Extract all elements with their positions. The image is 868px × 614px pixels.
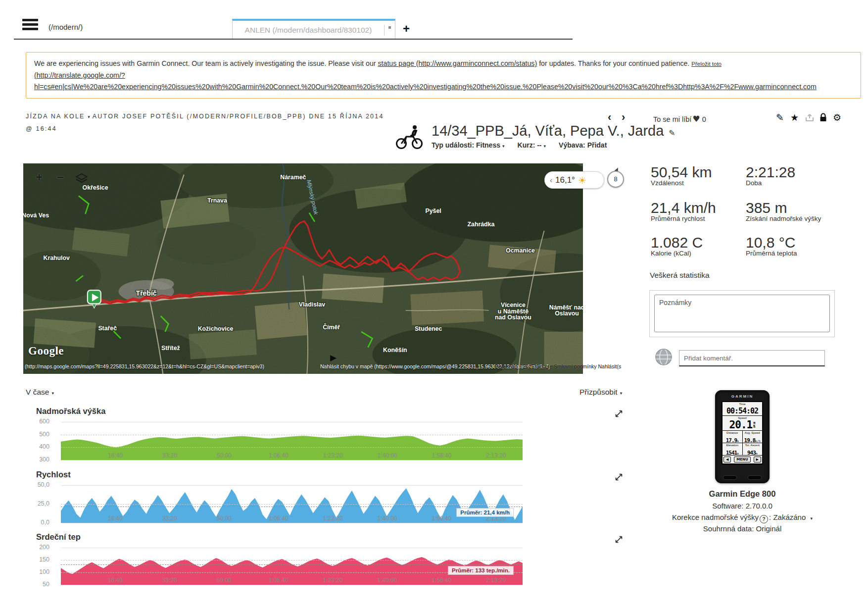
time-tick-label: 1:23:20 <box>321 515 345 522</box>
stat-label: Průměrná rychlost <box>651 215 705 222</box>
chart-title: Nadmořská výška <box>36 407 105 416</box>
course-dropdown[interactable]: Kurz: --▾ <box>518 141 546 149</box>
device-time-value: 00:54:02 <box>726 407 758 415</box>
chart-mode-dropdown[interactable]: V čase▾ <box>26 388 54 397</box>
time-tick-label: 1:06:40 <box>266 515 291 522</box>
gridline <box>61 460 523 460</box>
expand-icon[interactable] <box>615 473 623 483</box>
help-icon[interactable]: ? <box>760 515 768 523</box>
average-label: Průměr: 21,4 km/h <box>456 508 514 517</box>
town-label: Třebíč <box>136 289 157 297</box>
map-zoom-in-button[interactable]: + <box>36 170 43 184</box>
temperature-value: 16,1° <box>555 175 575 185</box>
y-tick-label: 500 <box>39 431 49 438</box>
time-tick-label: 2:13:20 <box>483 577 508 584</box>
system-warning-banner: We are experiencing issues with Garmin C… <box>26 52 861 99</box>
gridline <box>61 447 523 448</box>
device-software: Software: 2.70.0.0 <box>658 502 826 510</box>
time-tick-label: 33:20 <box>157 515 182 522</box>
time-tick-label: 1:23:20 <box>321 577 345 584</box>
town-label: Trnava <box>207 197 227 204</box>
stat-value: 21,4 km/h <box>651 200 716 216</box>
chart-title: Rychlost <box>36 470 71 479</box>
y-tick-label: 200 <box>39 544 49 551</box>
tab-handle-icon[interactable] <box>388 26 391 29</box>
gear-add-link[interactable]: Výbava: Přidat <box>559 141 607 149</box>
gridline <box>61 504 523 505</box>
expand-icon[interactable] <box>615 410 623 419</box>
share-icon[interactable] <box>805 113 815 124</box>
time-tick-label: 1:40:00 <box>375 577 400 584</box>
playback-play-button[interactable]: ▶ <box>330 353 337 362</box>
activity-title: 14/34_PPB_Já, Víťa, Pepa V., Jarda✎ <box>432 123 675 139</box>
notes-input[interactable] <box>654 295 830 332</box>
like-count: 0 <box>702 115 706 123</box>
town-label: Okřešice <box>83 184 108 191</box>
activity-map[interactable]: OkřešiceTrnavaNáramečPyšelZahrádkaOcmani… <box>23 163 583 374</box>
time-tick-label: 33:20 <box>157 452 182 459</box>
chevron-down-icon[interactable]: ▾ <box>88 114 90 119</box>
town-label: Pyšel <box>426 207 441 214</box>
stat-value: 385 m <box>746 200 787 216</box>
map-zoom-out-button[interactable]: − <box>57 170 64 184</box>
device-button <box>748 475 762 480</box>
chart-plot-area[interactable]: 16:4033:2050:001:06:401:23:201:40:001:56… <box>61 548 523 585</box>
satellite-map-canvas[interactable]: OkřešiceTrnavaNáramečPyšelZahrádkaOcmani… <box>23 163 583 374</box>
device-name: Garmin Edge 800 <box>658 489 826 499</box>
translate-link[interactable]: Přeložit toto <box>691 61 722 67</box>
gridline <box>61 560 523 561</box>
device-left-arrow: ◀ <box>723 457 731 462</box>
customize-dropdown[interactable]: Přizpůsobit▾ <box>579 388 622 397</box>
translate-url-link-1[interactable]: (http://translate.google.com/? <box>34 71 125 79</box>
avatar-globe-icon <box>655 349 672 367</box>
sport-type-dropdown[interactable]: JÍZDA NA KOLE <box>26 113 85 120</box>
privacy-lock-icon[interactable] <box>819 113 827 124</box>
new-tab-button[interactable]: + <box>403 22 410 36</box>
map-layers-icon[interactable] <box>76 173 88 185</box>
time-tick-label: 2:13:20 <box>483 452 508 459</box>
weather-collapse-icon[interactable]: ‹ <box>550 176 552 184</box>
chevron-down-icon: ▾ <box>810 516 813 521</box>
like-button[interactable]: To se mi líbí♥ 0 <box>653 114 706 124</box>
town-label: Kožichovice <box>198 325 234 332</box>
settings-gear-icon[interactable]: ⚙ <box>833 112 841 123</box>
next-activity-button[interactable]: › <box>622 111 625 124</box>
wind-speed-badge[interactable]: 8 <box>607 171 624 188</box>
y-tick-label: 25,0 <box>38 500 49 507</box>
previous-activity-button[interactable]: ‹ <box>608 111 611 124</box>
y-tick-label: 600 <box>39 418 49 425</box>
sun-icon: ☀ <box>578 175 586 186</box>
favorite-star-icon[interactable]: ★ <box>790 112 799 123</box>
town-label: Ocmanice <box>506 247 535 254</box>
chevron-down-icon: ▾ <box>502 144 505 149</box>
weather-widget[interactable]: ‹ 16,1° ☀ <box>544 171 604 189</box>
activity-subrow: Typ události: Fitness▾ Kurz: --▾ Výbava:… <box>432 141 607 149</box>
y-tick-label: 50 <box>43 581 49 588</box>
map-terms-link[interactable]: Data map ©2015 Google Smluvní podmínky N… <box>495 363 621 369</box>
translate-url-link-2[interactable]: hl=cs#en|cs|We%20are%20experiencing%20is… <box>34 83 817 91</box>
status-page-link[interactable]: status page (http://www.garminconnect.co… <box>378 59 537 67</box>
device-speed-value: 20.1 <box>729 420 753 430</box>
edit-title-icon[interactable]: ✎ <box>669 128 675 138</box>
map-attribution-link[interactable]: (http://maps.google.com/maps?ll=49.22583… <box>25 363 264 369</box>
comment-input[interactable] <box>679 350 825 366</box>
chart-title: Srdeční tep <box>36 532 81 542</box>
topbar-divider <box>14 39 573 40</box>
time-tick-label: 16:40 <box>103 452 128 459</box>
correction-dropdown[interactable]: : Zakázáno ▾ <box>769 513 813 521</box>
chart-plot-area[interactable]: 16:4033:2050:001:06:401:23:201:40:001:56… <box>61 485 523 523</box>
time-tick-label: 1:40:00 <box>375 452 400 459</box>
stat-label: Získání nadmořské výšky <box>746 215 821 222</box>
expand-icon[interactable] <box>615 536 623 545</box>
chart-plot-area[interactable]: 16:4033:2050:001:06:401:23:201:40:001:56… <box>61 422 523 460</box>
stat-value: 1.082 C <box>651 234 703 251</box>
event-type-dropdown[interactable]: Typ události: Fitness▾ <box>432 141 505 149</box>
dashboard-tab[interactable]: ANLEN (/modern/dashboard/830102) <box>232 19 395 40</box>
page-root: (/modern/) ANLEN (/modern/dashboard/8301… <box>0 0 868 614</box>
all-stats-link[interactable]: Veškerá statistika <box>650 271 710 280</box>
cycling-icon <box>395 124 425 152</box>
chart-y-axis: 600500400300 <box>20 422 55 460</box>
edit-pencil-icon[interactable]: ✎ <box>776 112 784 123</box>
stat-label: Vzdálenost <box>651 179 684 187</box>
hamburger-menu-icon[interactable] <box>22 19 38 33</box>
